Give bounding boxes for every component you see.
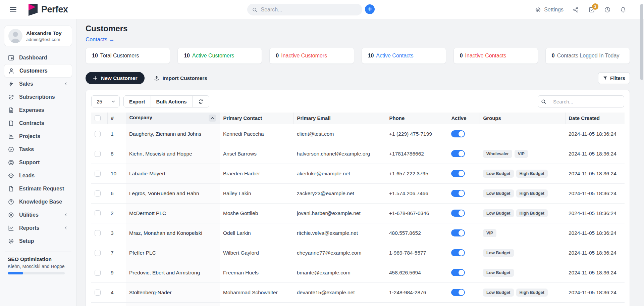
cell-company[interactable]: Mraz, Monahan and Konopelski xyxy=(126,223,220,243)
cell-primary-contact[interactable]: Wilbert Gaylord xyxy=(220,243,293,263)
page-size-select[interactable]: 25 xyxy=(91,95,120,107)
cell-company[interactable]: McDermott PLC xyxy=(126,203,220,223)
cell-primary-email[interactable]: jovani.harber@example.net xyxy=(293,203,386,223)
row-checkbox[interactable] xyxy=(95,171,101,177)
sidebar-item-tasks[interactable]: Tasks xyxy=(4,143,72,156)
cell-primary-contact[interactable]: Bailey Lakin xyxy=(220,183,293,203)
select-all-checkbox[interactable] xyxy=(95,115,101,121)
sidebar-item-expenses[interactable]: Expenses xyxy=(4,103,72,117)
cell-primary-contact[interactable]: Odell Larkin xyxy=(220,223,293,243)
timers-button[interactable] xyxy=(604,6,611,13)
cell-company[interactable]: Stoltenberg-Nader xyxy=(126,282,220,302)
new-customer-button[interactable]: New Customer xyxy=(86,72,145,84)
table-search-button[interactable] xyxy=(538,95,549,107)
cell-primary-email[interactable]: devante15@example.net xyxy=(293,282,386,302)
cell-primary-contact[interactable]: Ansel Barrows xyxy=(220,144,293,164)
sidebar-item-sales[interactable]: Sales xyxy=(4,77,72,90)
cell-primary-contact[interactable]: Braeden Harber xyxy=(220,164,293,183)
cell-primary-contact[interactable]: Jasen Hermann xyxy=(220,302,293,306)
sidebar-item-dashboard[interactable]: Dashboard xyxy=(4,51,72,64)
active-toggle[interactable] xyxy=(451,229,465,236)
sidebar-item-support[interactable]: Support xyxy=(4,156,72,169)
active-toggle[interactable] xyxy=(451,190,465,197)
summary-card-total-customers[interactable]: 10Total Customers xyxy=(86,48,170,64)
sidebar-item-projects[interactable]: Projects xyxy=(4,130,72,143)
cell-company[interactable]: Labadie-Mayert xyxy=(126,164,220,183)
summary-card-contacts-logged-in-today[interactable]: 0Contacts Logged In Today xyxy=(545,48,630,64)
cell-primary-email[interactable]: bmante@example.com xyxy=(293,263,386,282)
active-toggle[interactable] xyxy=(451,210,465,217)
sidebar-item-setup[interactable]: Setup xyxy=(4,234,72,248)
cell-primary-email[interactable]: akerluke@example.net xyxy=(293,164,386,183)
sidebar-item-estimate-request[interactable]: Estimate Request xyxy=(4,182,72,195)
user-profile-card[interactable]: Alexandre Toy admin@test.com xyxy=(4,26,72,46)
active-toggle[interactable] xyxy=(451,170,465,177)
hamburger-menu-icon[interactable] xyxy=(9,5,17,14)
table-search-input[interactable] xyxy=(549,95,624,107)
column-header-primary-email[interactable]: Primary Email xyxy=(293,113,386,124)
column-header-company[interactable]: Company xyxy=(126,113,220,124)
row-checkbox[interactable] xyxy=(95,151,101,157)
summary-card-active-customers[interactable]: 10Active Customers xyxy=(177,48,262,64)
row-checkbox[interactable] xyxy=(95,190,101,196)
page-scrollbar[interactable] xyxy=(640,4,643,80)
cell-company[interactable]: Predovic, Ebert and Armstrong xyxy=(126,263,220,282)
sidebar-item-subscriptions[interactable]: Subscriptions xyxy=(4,90,72,103)
bulk-actions-button[interactable]: Bulk Actions xyxy=(151,96,192,107)
sidebar-item-customers[interactable]: Customers xyxy=(4,64,72,77)
cell-primary-contact[interactable]: Moshe Gottlieb xyxy=(220,203,293,223)
column-header-phone[interactable]: Phone xyxy=(386,113,448,124)
cell-primary-email[interactable]: zackery23@example.net xyxy=(293,183,386,203)
row-checkbox[interactable] xyxy=(95,290,101,296)
settings-button[interactable]: Settings xyxy=(535,6,564,13)
active-toggle[interactable] xyxy=(451,150,465,157)
cell-primary-contact[interactable]: Mohammad Schowalter xyxy=(220,282,293,302)
project-progress-widget[interactable]: SEO Optimization Kiehn, Mosciski and Hop… xyxy=(4,252,72,274)
todo-button[interactable]: 3 xyxy=(588,6,595,13)
row-checkbox[interactable] xyxy=(95,230,101,236)
quick-create-button[interactable]: + xyxy=(365,4,375,14)
summary-card-inactive-contacts[interactable]: 0Inactive Contacts xyxy=(453,48,538,64)
global-search-input[interactable] xyxy=(261,7,358,13)
column-header-#[interactable]: # xyxy=(107,113,126,124)
cell-primary-email[interactable]: client@test.com xyxy=(293,124,386,144)
sort-asc-button[interactable] xyxy=(209,115,216,122)
cell-primary-contact[interactable]: Freeman Huels xyxy=(220,263,293,282)
row-checkbox[interactable] xyxy=(95,250,101,256)
sidebar-item-reports[interactable]: Reports xyxy=(4,221,72,234)
filters-button[interactable]: Filters xyxy=(598,72,630,84)
cell-company[interactable]: Treutel PLC xyxy=(126,302,220,306)
row-checkbox[interactable] xyxy=(95,270,101,276)
active-toggle[interactable] xyxy=(451,289,465,296)
sidebar-item-leads[interactable]: Leads xyxy=(4,169,72,182)
notifications-button[interactable] xyxy=(620,6,627,13)
summary-card-inactive-customers[interactable]: 0Inactive Customers xyxy=(269,48,354,64)
cell-primary-contact[interactable]: Kennedi Pacocha xyxy=(220,124,293,144)
cell-company[interactable]: Legros, VonRueden and Hahn xyxy=(126,183,220,203)
contacts-link[interactable]: Contacts → xyxy=(86,36,114,43)
active-toggle[interactable] xyxy=(451,130,465,137)
row-checkbox[interactable] xyxy=(95,210,101,216)
column-header-primary-contact[interactable]: Primary Contact xyxy=(220,113,293,124)
cell-primary-email[interactable]: ritchie.velva@example.net xyxy=(293,223,386,243)
cell-company[interactable]: Daugherty, Ziemann and Johns xyxy=(126,124,220,144)
app-logo[interactable]: Perfex xyxy=(28,3,68,16)
cell-primary-email[interactable]: cheyanne77@example.com xyxy=(293,243,386,263)
import-customers-button[interactable]: Import Customers xyxy=(154,75,208,81)
column-header-groups[interactable]: Groups xyxy=(480,113,565,124)
active-toggle[interactable] xyxy=(451,249,465,256)
global-search[interactable] xyxy=(247,4,362,15)
column-header-date-created[interactable]: Date Created xyxy=(565,113,625,124)
sidebar-item-utilities[interactable]: Utilities xyxy=(4,208,72,221)
export-button[interactable]: Export xyxy=(124,96,151,107)
refresh-button[interactable] xyxy=(192,96,209,107)
sidebar-item-contracts[interactable]: Contracts xyxy=(4,117,72,130)
summary-card-active-contacts[interactable]: 10Active Contacts xyxy=(362,48,446,64)
cell-primary-email[interactable]: lemke.jayda@example.net xyxy=(293,302,386,306)
cell-company[interactable]: Pfeffer PLC xyxy=(126,243,220,263)
cell-primary-email[interactable]: halvorson.chanel@example.org xyxy=(293,144,386,164)
cell-company[interactable]: Kiehn, Mosciski and Hoppe xyxy=(126,144,220,164)
row-checkbox[interactable] xyxy=(95,131,101,137)
share-button[interactable] xyxy=(573,6,579,13)
active-toggle[interactable] xyxy=(451,269,465,276)
